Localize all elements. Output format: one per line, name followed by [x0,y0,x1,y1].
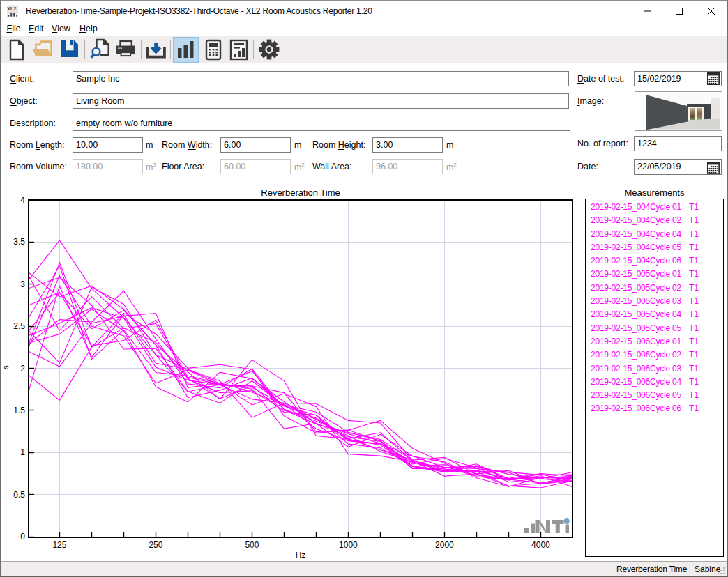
svg-text:0.5: 0.5 [13,490,25,500]
svg-text:3.5: 3.5 [13,237,25,247]
svg-text:125: 125 [52,540,66,550]
svg-text:500: 500 [245,540,259,550]
svg-text:Hz: Hz [296,551,306,560]
svg-text:1: 1 [20,447,25,457]
svg-text:0: 0 [20,532,25,541]
svg-text:XL2: XL2 [7,6,16,11]
svg-text:4: 4 [20,195,25,205]
svg-text:s: s [1,365,10,369]
svg-text:1000: 1000 [339,540,358,550]
svg-text:2000: 2000 [435,540,454,550]
svg-text:4000: 4000 [531,540,550,550]
svg-text:2: 2 [20,364,25,374]
svg-text:3: 3 [20,279,25,289]
svg-text:2.5: 2.5 [13,321,25,331]
svg-text:250: 250 [149,540,162,550]
svg-text:1.5: 1.5 [13,406,25,415]
